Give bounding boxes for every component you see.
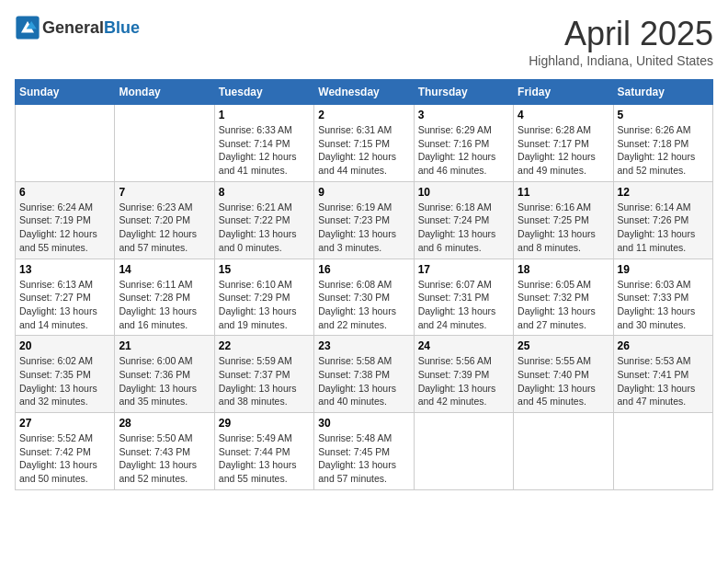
day-number: 5	[618, 109, 709, 121]
day-number: 27	[19, 417, 110, 430]
calendar-cell: 16Sunrise: 6:08 AMSunset: 7:30 PMDayligh…	[314, 259, 414, 336]
calendar-cell: 21Sunrise: 6:00 AMSunset: 7:36 PMDayligh…	[115, 336, 214, 413]
calendar-cell: 22Sunrise: 5:59 AMSunset: 7:37 PMDayligh…	[214, 336, 313, 413]
calendar-cell	[414, 413, 513, 490]
day-number: 3	[418, 109, 509, 121]
day-header-friday: Friday	[514, 80, 613, 105]
day-info: Sunrise: 5:56 AMSunset: 7:39 PMDaylight:…	[418, 354, 509, 408]
day-info: Sunrise: 5:50 AMSunset: 7:43 PMDaylight:…	[119, 431, 210, 486]
day-info: Sunrise: 5:49 AMSunset: 7:44 PMDaylight:…	[219, 431, 310, 486]
day-number: 10	[418, 186, 509, 199]
day-info: Sunrise: 6:21 AMSunset: 7:22 PMDaylight:…	[219, 201, 310, 255]
day-number: 21	[119, 339, 210, 352]
day-number: 9	[318, 186, 409, 199]
calendar-cell: 20Sunrise: 6:02 AMSunset: 7:35 PMDayligh…	[16, 336, 115, 413]
day-info: Sunrise: 5:53 AMSunset: 7:41 PMDaylight:…	[618, 354, 709, 408]
day-number: 13	[19, 263, 110, 276]
day-number: 25	[518, 339, 609, 352]
calendar-cell: 9Sunrise: 6:19 AMSunset: 7:23 PMDaylight…	[314, 181, 414, 259]
calendar-week-3: 13Sunrise: 6:13 AMSunset: 7:27 PMDayligh…	[16, 259, 713, 336]
calendar-cell: 30Sunrise: 5:48 AMSunset: 7:45 PMDayligh…	[314, 413, 414, 490]
title-area: April 2025 Highland, Indiana, United Sta…	[529, 15, 713, 68]
logo-text-blue: Blue	[104, 18, 140, 37]
calendar-table: SundayMondayTuesdayWednesdayThursdayFrid…	[15, 79, 713, 490]
day-info: Sunrise: 6:07 AMSunset: 7:31 PMDaylight:…	[418, 278, 509, 332]
day-header-monday: Monday	[115, 80, 214, 105]
calendar-cell: 15Sunrise: 6:10 AMSunset: 7:29 PMDayligh…	[214, 259, 313, 336]
day-info: Sunrise: 6:02 AMSunset: 7:35 PMDaylight:…	[19, 354, 110, 408]
day-info: Sunrise: 6:13 AMSunset: 7:27 PMDaylight:…	[19, 278, 110, 332]
calendar-cell	[16, 105, 115, 182]
day-info: Sunrise: 5:58 AMSunset: 7:38 PMDaylight:…	[318, 354, 409, 408]
day-number: 7	[119, 186, 210, 199]
calendar-cell	[613, 413, 712, 490]
day-number: 4	[518, 109, 609, 121]
day-info: Sunrise: 5:59 AMSunset: 7:37 PMDaylight:…	[219, 354, 310, 408]
day-info: Sunrise: 6:18 AMSunset: 7:24 PMDaylight:…	[418, 201, 509, 255]
day-number: 30	[318, 417, 409, 430]
calendar-cell: 10Sunrise: 6:18 AMSunset: 7:24 PMDayligh…	[414, 181, 513, 259]
calendar-cell: 6Sunrise: 6:24 AMSunset: 7:19 PMDaylight…	[16, 181, 115, 259]
day-number: 8	[219, 186, 310, 199]
day-info: Sunrise: 6:00 AMSunset: 7:36 PMDaylight:…	[119, 354, 210, 408]
logo-icon	[15, 15, 40, 40]
calendar-cell	[514, 413, 613, 490]
day-number: 16	[318, 263, 409, 276]
calendar-cell: 12Sunrise: 6:14 AMSunset: 7:26 PMDayligh…	[613, 181, 712, 259]
calendar-cell: 19Sunrise: 6:03 AMSunset: 7:33 PMDayligh…	[613, 259, 712, 336]
day-info: Sunrise: 6:29 AMSunset: 7:16 PMDaylight:…	[418, 123, 509, 178]
day-number: 29	[219, 417, 310, 430]
day-number: 11	[518, 186, 609, 199]
day-number: 26	[618, 339, 709, 352]
day-info: Sunrise: 6:28 AMSunset: 7:17 PMDaylight:…	[518, 123, 609, 178]
day-info: Sunrise: 6:26 AMSunset: 7:18 PMDaylight:…	[618, 123, 709, 178]
calendar-cell: 8Sunrise: 6:21 AMSunset: 7:22 PMDaylight…	[214, 181, 313, 259]
calendar-cell: 14Sunrise: 6:11 AMSunset: 7:28 PMDayligh…	[115, 259, 214, 336]
day-number: 12	[618, 186, 709, 199]
calendar-cell: 1Sunrise: 6:33 AMSunset: 7:14 PMDaylight…	[214, 105, 313, 182]
day-info: Sunrise: 6:08 AMSunset: 7:30 PMDaylight:…	[318, 278, 409, 332]
calendar-cell: 23Sunrise: 5:58 AMSunset: 7:38 PMDayligh…	[314, 336, 414, 413]
day-info: Sunrise: 6:03 AMSunset: 7:33 PMDaylight:…	[618, 278, 709, 332]
calendar-cell: 4Sunrise: 6:28 AMSunset: 7:17 PMDaylight…	[514, 105, 613, 182]
day-info: Sunrise: 5:52 AMSunset: 7:42 PMDaylight:…	[19, 431, 110, 486]
logo-text-general: General	[42, 18, 104, 37]
day-info: Sunrise: 5:55 AMSunset: 7:40 PMDaylight:…	[518, 354, 609, 408]
day-info: Sunrise: 6:11 AMSunset: 7:28 PMDaylight:…	[119, 278, 210, 332]
day-info: Sunrise: 6:19 AMSunset: 7:23 PMDaylight:…	[318, 201, 409, 255]
calendar-cell: 3Sunrise: 6:29 AMSunset: 7:16 PMDaylight…	[414, 105, 513, 182]
calendar-week-2: 6Sunrise: 6:24 AMSunset: 7:19 PMDaylight…	[16, 181, 713, 259]
calendar-cell	[115, 105, 214, 182]
day-number: 15	[219, 263, 310, 276]
day-number: 24	[418, 339, 509, 352]
day-number: 19	[618, 263, 709, 276]
calendar-week-1: 1Sunrise: 6:33 AMSunset: 7:14 PMDaylight…	[16, 105, 713, 182]
day-header-saturday: Saturday	[613, 80, 712, 105]
calendar-cell: 11Sunrise: 6:16 AMSunset: 7:25 PMDayligh…	[514, 181, 613, 259]
logo: GeneralBlue	[15, 15, 140, 40]
calendar-cell: 25Sunrise: 5:55 AMSunset: 7:40 PMDayligh…	[514, 336, 613, 413]
calendar-cell: 13Sunrise: 6:13 AMSunset: 7:27 PMDayligh…	[16, 259, 115, 336]
day-number: 2	[318, 109, 409, 121]
calendar-header-row: SundayMondayTuesdayWednesdayThursdayFrid…	[16, 80, 713, 105]
calendar-cell: 7Sunrise: 6:23 AMSunset: 7:20 PMDaylight…	[115, 181, 214, 259]
day-number: 20	[19, 339, 110, 352]
calendar-cell: 18Sunrise: 6:05 AMSunset: 7:32 PMDayligh…	[514, 259, 613, 336]
day-info: Sunrise: 6:33 AMSunset: 7:14 PMDaylight:…	[219, 123, 310, 178]
calendar-week-4: 20Sunrise: 6:02 AMSunset: 7:35 PMDayligh…	[16, 336, 713, 413]
location-title: Highland, Indiana, United States	[529, 53, 713, 68]
day-info: Sunrise: 6:10 AMSunset: 7:29 PMDaylight:…	[219, 278, 310, 332]
day-info: Sunrise: 6:16 AMSunset: 7:25 PMDaylight:…	[518, 201, 609, 255]
month-title: April 2025	[529, 15, 713, 53]
calendar-cell: 2Sunrise: 6:31 AMSunset: 7:15 PMDaylight…	[314, 105, 414, 182]
day-number: 22	[219, 339, 310, 352]
calendar-cell: 27Sunrise: 5:52 AMSunset: 7:42 PMDayligh…	[16, 413, 115, 490]
calendar-week-5: 27Sunrise: 5:52 AMSunset: 7:42 PMDayligh…	[16, 413, 713, 490]
day-header-tuesday: Tuesday	[214, 80, 313, 105]
day-info: Sunrise: 6:14 AMSunset: 7:26 PMDaylight:…	[618, 201, 709, 255]
page-header: GeneralBlue April 2025 Highland, Indiana…	[15, 15, 713, 68]
day-number: 28	[119, 417, 210, 430]
day-info: Sunrise: 6:23 AMSunset: 7:20 PMDaylight:…	[119, 201, 210, 255]
calendar-body: 1Sunrise: 6:33 AMSunset: 7:14 PMDaylight…	[16, 105, 713, 490]
calendar-cell: 24Sunrise: 5:56 AMSunset: 7:39 PMDayligh…	[414, 336, 513, 413]
